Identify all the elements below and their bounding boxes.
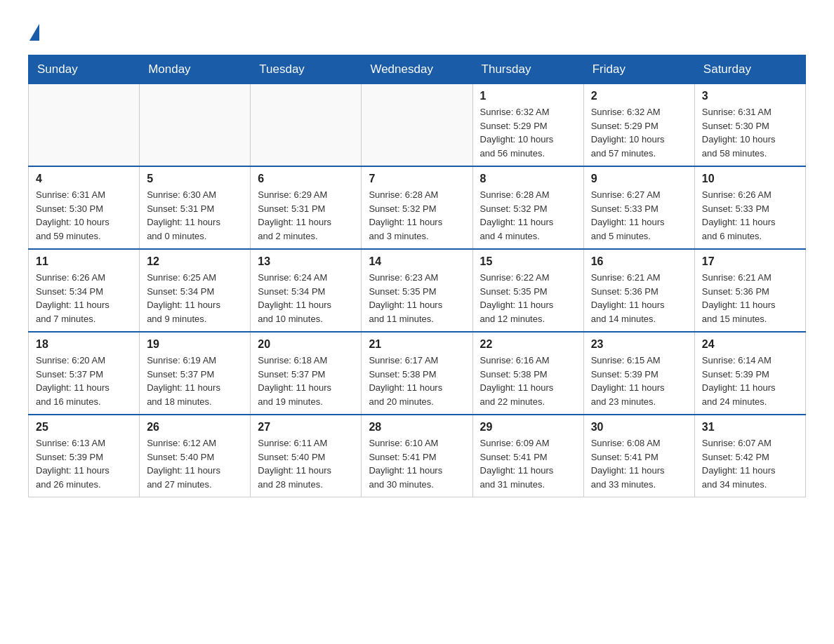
week-row-4: 18Sunrise: 6:20 AM Sunset: 5:37 PM Dayli… [29, 332, 806, 415]
calendar-cell [251, 84, 362, 167]
calendar-cell: 12Sunrise: 6:25 AM Sunset: 5:34 PM Dayli… [140, 249, 251, 332]
day-number: 22 [480, 338, 576, 351]
week-row-3: 11Sunrise: 6:26 AM Sunset: 5:34 PM Dayli… [29, 249, 806, 332]
logo-triangle-icon [29, 24, 39, 41]
calendar-cell: 16Sunrise: 6:21 AM Sunset: 5:36 PM Dayli… [583, 249, 694, 332]
day-number: 25 [36, 421, 132, 434]
day-info: Sunrise: 6:21 AM Sunset: 5:36 PM Dayligh… [702, 271, 798, 326]
calendar-cell: 18Sunrise: 6:20 AM Sunset: 5:37 PM Dayli… [29, 332, 140, 415]
day-info: Sunrise: 6:21 AM Sunset: 5:36 PM Dayligh… [591, 271, 687, 326]
day-number: 12 [147, 255, 243, 268]
day-info: Sunrise: 6:10 AM Sunset: 5:41 PM Dayligh… [369, 436, 465, 491]
day-number: 5 [147, 173, 243, 185]
calendar-cell: 3Sunrise: 6:31 AM Sunset: 5:30 PM Daylig… [694, 84, 805, 167]
calendar-cell: 20Sunrise: 6:18 AM Sunset: 5:37 PM Dayli… [251, 332, 362, 415]
day-info: Sunrise: 6:13 AM Sunset: 5:39 PM Dayligh… [36, 436, 132, 491]
day-number: 13 [258, 255, 354, 268]
day-number: 17 [702, 255, 798, 268]
day-number: 4 [36, 173, 132, 185]
calendar-cell: 27Sunrise: 6:11 AM Sunset: 5:40 PM Dayli… [251, 415, 362, 497]
day-number: 14 [369, 255, 465, 268]
day-info: Sunrise: 6:24 AM Sunset: 5:34 PM Dayligh… [258, 271, 354, 326]
calendar-cell: 7Sunrise: 6:28 AM Sunset: 5:32 PM Daylig… [362, 166, 472, 249]
calendar-cell: 25Sunrise: 6:13 AM Sunset: 5:39 PM Dayli… [29, 415, 140, 497]
day-number: 8 [480, 173, 576, 185]
day-info: Sunrise: 6:18 AM Sunset: 5:37 PM Dayligh… [258, 354, 354, 408]
day-number: 7 [369, 173, 465, 185]
day-info: Sunrise: 6:32 AM Sunset: 5:29 PM Dayligh… [591, 105, 687, 160]
day-info: Sunrise: 6:30 AM Sunset: 5:31 PM Dayligh… [147, 188, 243, 243]
day-info: Sunrise: 6:31 AM Sunset: 5:30 PM Dayligh… [702, 105, 798, 160]
calendar: SundayMondayTuesdayWednesdayThursdayFrid… [28, 55, 806, 497]
calendar-cell: 26Sunrise: 6:12 AM Sunset: 5:40 PM Dayli… [140, 415, 251, 497]
day-info: Sunrise: 6:17 AM Sunset: 5:38 PM Dayligh… [369, 354, 465, 408]
day-number: 6 [258, 173, 354, 185]
weekday-header-sunday: Sunday [29, 55, 140, 84]
day-info: Sunrise: 6:23 AM Sunset: 5:35 PM Dayligh… [369, 271, 465, 326]
calendar-cell: 2Sunrise: 6:32 AM Sunset: 5:29 PM Daylig… [583, 84, 694, 167]
calendar-cell: 15Sunrise: 6:22 AM Sunset: 5:35 PM Dayli… [472, 249, 583, 332]
calendar-cell: 5Sunrise: 6:30 AM Sunset: 5:31 PM Daylig… [140, 166, 251, 249]
calendar-cell [29, 84, 140, 167]
day-info: Sunrise: 6:26 AM Sunset: 5:33 PM Dayligh… [702, 188, 798, 243]
week-row-5: 25Sunrise: 6:13 AM Sunset: 5:39 PM Dayli… [29, 415, 806, 497]
week-row-1: 1Sunrise: 6:32 AM Sunset: 5:29 PM Daylig… [29, 84, 806, 167]
day-number: 26 [147, 421, 243, 434]
day-number: 18 [36, 338, 132, 351]
day-info: Sunrise: 6:22 AM Sunset: 5:35 PM Dayligh… [480, 271, 576, 326]
calendar-cell: 10Sunrise: 6:26 AM Sunset: 5:33 PM Dayli… [694, 166, 805, 249]
day-number: 24 [702, 338, 798, 351]
calendar-cell: 17Sunrise: 6:21 AM Sunset: 5:36 PM Dayli… [694, 249, 805, 332]
calendar-cell: 22Sunrise: 6:16 AM Sunset: 5:38 PM Dayli… [472, 332, 583, 415]
calendar-cell: 8Sunrise: 6:28 AM Sunset: 5:32 PM Daylig… [472, 166, 583, 249]
day-info: Sunrise: 6:07 AM Sunset: 5:42 PM Dayligh… [702, 436, 798, 491]
calendar-cell [140, 84, 251, 167]
day-number: 15 [480, 255, 576, 268]
calendar-cell: 9Sunrise: 6:27 AM Sunset: 5:33 PM Daylig… [583, 166, 694, 249]
day-number: 1 [480, 90, 576, 102]
day-info: Sunrise: 6:08 AM Sunset: 5:41 PM Dayligh… [591, 436, 687, 491]
day-info: Sunrise: 6:20 AM Sunset: 5:37 PM Dayligh… [36, 354, 132, 408]
day-info: Sunrise: 6:16 AM Sunset: 5:38 PM Dayligh… [480, 354, 576, 408]
logo [28, 21, 39, 41]
weekday-header-saturday: Saturday [694, 55, 805, 84]
day-number: 29 [480, 421, 576, 434]
day-number: 16 [591, 255, 687, 268]
day-info: Sunrise: 6:26 AM Sunset: 5:34 PM Dayligh… [36, 271, 132, 326]
calendar-cell: 19Sunrise: 6:19 AM Sunset: 5:37 PM Dayli… [140, 332, 251, 415]
day-info: Sunrise: 6:14 AM Sunset: 5:39 PM Dayligh… [702, 354, 798, 408]
day-number: 28 [369, 421, 465, 434]
calendar-cell: 4Sunrise: 6:31 AM Sunset: 5:30 PM Daylig… [29, 166, 140, 249]
day-number: 3 [702, 90, 798, 102]
day-number: 30 [591, 421, 687, 434]
header [28, 21, 806, 41]
calendar-cell: 23Sunrise: 6:15 AM Sunset: 5:39 PM Dayli… [583, 332, 694, 415]
day-info: Sunrise: 6:15 AM Sunset: 5:39 PM Dayligh… [591, 354, 687, 408]
day-info: Sunrise: 6:32 AM Sunset: 5:29 PM Dayligh… [480, 105, 576, 160]
day-info: Sunrise: 6:25 AM Sunset: 5:34 PM Dayligh… [147, 271, 243, 326]
day-info: Sunrise: 6:27 AM Sunset: 5:33 PM Dayligh… [591, 188, 687, 243]
weekday-header-thursday: Thursday [472, 55, 583, 84]
calendar-cell: 11Sunrise: 6:26 AM Sunset: 5:34 PM Dayli… [29, 249, 140, 332]
calendar-cell [362, 84, 472, 167]
day-number: 9 [591, 173, 687, 185]
weekday-header-monday: Monday [140, 55, 251, 84]
calendar-cell: 21Sunrise: 6:17 AM Sunset: 5:38 PM Dayli… [362, 332, 472, 415]
day-info: Sunrise: 6:29 AM Sunset: 5:31 PM Dayligh… [258, 188, 354, 243]
calendar-cell: 29Sunrise: 6:09 AM Sunset: 5:41 PM Dayli… [472, 415, 583, 497]
day-number: 20 [258, 338, 354, 351]
week-row-2: 4Sunrise: 6:31 AM Sunset: 5:30 PM Daylig… [29, 166, 806, 249]
day-number: 10 [702, 173, 798, 185]
day-info: Sunrise: 6:19 AM Sunset: 5:37 PM Dayligh… [147, 354, 243, 408]
weekday-header-row: SundayMondayTuesdayWednesdayThursdayFrid… [29, 55, 806, 84]
day-number: 11 [36, 255, 132, 268]
day-number: 19 [147, 338, 243, 351]
weekday-header-wednesday: Wednesday [362, 55, 472, 84]
calendar-cell: 28Sunrise: 6:10 AM Sunset: 5:41 PM Dayli… [362, 415, 472, 497]
day-number: 23 [591, 338, 687, 351]
day-info: Sunrise: 6:12 AM Sunset: 5:40 PM Dayligh… [147, 436, 243, 491]
calendar-cell: 24Sunrise: 6:14 AM Sunset: 5:39 PM Dayli… [694, 332, 805, 415]
weekday-header-friday: Friday [583, 55, 694, 84]
day-info: Sunrise: 6:28 AM Sunset: 5:32 PM Dayligh… [480, 188, 576, 243]
day-info: Sunrise: 6:11 AM Sunset: 5:40 PM Dayligh… [258, 436, 354, 491]
